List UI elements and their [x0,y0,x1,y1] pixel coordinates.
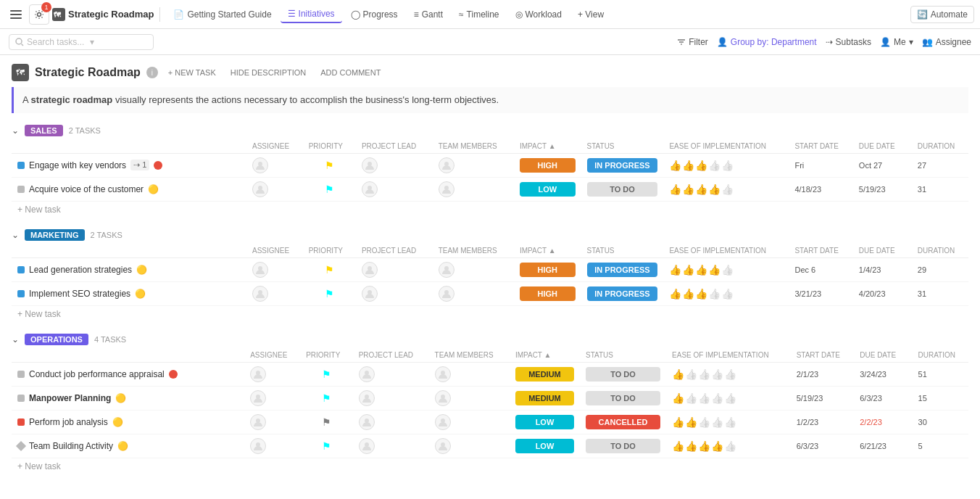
status-badge[interactable]: CANCELLED [586,415,660,429]
duration: 5 [918,442,923,450]
team-members-avatar[interactable] [439,157,454,173]
assignee-avatar[interactable] [250,366,266,382]
me-button[interactable]: 👤 Me ▾ [880,37,913,47]
section-toggle[interactable]: ⌄ [12,125,19,136]
table-row: Perform job analysis 🟡 ⚑ [12,410,968,434]
impact-badge[interactable]: MEDIUM [515,391,574,405]
status-badge[interactable]: TO DO [586,391,660,405]
task-name[interactable]: Conduct job performance appraisal [29,369,165,379]
impact-badge[interactable]: LOW [515,439,574,453]
impact-badge[interactable]: HIGH [520,286,576,301]
section-header: ⌄ SALES 2 TASKS [12,125,968,136]
team-members-avatar[interactable] [439,286,454,302]
impact-badge[interactable]: LOW [515,415,574,429]
project-lead-avatar[interactable] [359,366,375,382]
task-name[interactable]: Acquire voice of the customer [29,184,144,194]
task-name[interactable]: Manpower Planning [29,393,111,403]
col-header-impact[interactable]: IMPACT ▲ [510,348,580,363]
team-members-avatar[interactable] [435,390,451,406]
task-name[interactable]: Perform job analysis [29,417,108,427]
search-box[interactable]: Search tasks... ▾ [9,34,154,50]
assignee-button[interactable]: 👥 Assignee [922,37,971,47]
tab-progress[interactable]: ◯ Progress [344,7,405,22]
priority-flag-icon[interactable]: ⚑ [325,264,334,276]
team-members-avatar[interactable] [435,438,451,454]
impact-badge[interactable]: HIGH [520,263,576,277]
automate-button[interactable]: 🔄 Automate [910,6,974,23]
tab-getting-started[interactable]: 📄 Getting Started Guide [166,7,278,22]
new-task-row[interactable]: + New task [12,202,968,218]
new-task-row[interactable]: + New task [12,306,968,322]
col-header-start: START DATE [789,139,852,154]
status-badge[interactable]: IN PROGRESS [587,263,658,277]
project-lead-avatar[interactable] [362,286,378,302]
col-header-priority: PRIORITY [303,244,356,258]
toolbar-right: Filter 👤 Group by: Department ⇢ Subtasks… [677,37,971,47]
section-toggle[interactable]: ⌄ [12,230,19,240]
section-label[interactable]: OPERATIONS [25,334,88,345]
status-badge[interactable]: TO DO [587,182,658,197]
team-members-avatar[interactable] [439,181,454,197]
col-header-impact[interactable]: IMPACT ▲ [514,244,581,258]
group-by-button[interactable]: 👤 Group by: Department [717,37,817,47]
project-lead-avatar[interactable] [359,414,375,430]
add-view-button[interactable]: + View [572,7,610,22]
tab-gantt[interactable]: ≡ Gantt [407,7,450,22]
task-name[interactable]: Implement SEO strategies [29,289,130,299]
project-lead-avatar[interactable] [362,157,378,173]
hide-description-button[interactable]: HIDE DESCRIPTION [226,67,311,78]
tab-initiatives[interactable]: ☰ Initiatives [281,6,342,23]
add-comment-button[interactable]: ADD COMMENT [316,67,385,78]
task-table: ASSIGNEE PRIORITY PROJECT LEAD TEAM MEMB… [12,139,968,202]
impact-badge[interactable]: MEDIUM [515,367,574,382]
priority-flag-icon[interactable]: ⚑ [325,288,334,300]
priority-flag-icon[interactable]: ⚑ [322,368,331,380]
project-name[interactable]: 🗺 Strategic Roadmap [52,8,154,21]
subtasks-button[interactable]: ⇢ Subtasks [826,37,871,47]
subtask-count[interactable]: ⇢ 1 [130,160,149,170]
team-members-avatar[interactable] [439,262,454,278]
project-lead-avatar[interactable] [362,262,378,278]
assignee-avatar[interactable] [252,181,268,197]
status-badge[interactable]: TO DO [586,439,660,453]
tab-timeline[interactable]: ≈ Timeline [452,7,507,22]
priority-flag-icon[interactable]: ⚑ [322,392,331,404]
priority-flag-icon[interactable]: ⚑ [325,183,334,195]
project-lead-avatar[interactable] [359,438,375,454]
impact-badge[interactable]: LOW [520,182,576,197]
section-toggle[interactable]: ⌄ [12,334,19,345]
team-members-avatar[interactable] [435,366,451,382]
assignee-avatar[interactable] [250,438,266,454]
new-task-row[interactable]: + New task [12,458,968,474]
status-badge[interactable]: TO DO [586,367,660,382]
svg-line-7 [22,44,24,46]
impact-badge[interactable]: HIGH [520,158,576,173]
priority-flag-icon[interactable]: ⚑ [322,416,331,428]
filter-button[interactable]: Filter [677,37,708,47]
col-header-impact[interactable]: IMPACT ▲ [514,139,581,154]
assignee-avatar[interactable] [252,286,268,302]
duration: 30 [918,418,927,426]
task-name[interactable]: Engage with key vendors [29,160,126,170]
status-badge[interactable]: IN PROGRESS [587,158,658,173]
info-icon[interactable]: i [146,67,158,78]
project-lead-avatar[interactable] [359,390,375,406]
assignee-avatar[interactable] [252,262,268,278]
assignee-avatar[interactable] [250,390,266,406]
team-members-avatar[interactable] [435,414,451,430]
assignee-avatar[interactable] [252,157,268,173]
section-label[interactable]: MARKETING [25,229,85,241]
hamburger-menu[interactable] [6,4,26,25]
priority-flag-icon[interactable]: ⚑ [322,440,331,452]
section-label[interactable]: SALES [25,125,63,136]
priority-flag-icon[interactable]: ⚑ [325,160,334,171]
assignee-avatar[interactable] [250,414,266,430]
task-name[interactable]: Lead generation strategies [29,265,132,275]
new-task-button[interactable]: + NEW TASK [164,67,220,78]
status-badge[interactable]: IN PROGRESS [587,286,658,301]
tab-workload[interactable]: ◎ Workload [508,7,569,22]
settings-button[interactable]: 1 [29,4,49,25]
project-lead-avatar[interactable] [362,181,378,197]
thumb-icon: 👍 [685,392,697,404]
task-name[interactable]: Team Building Activity [29,441,113,451]
